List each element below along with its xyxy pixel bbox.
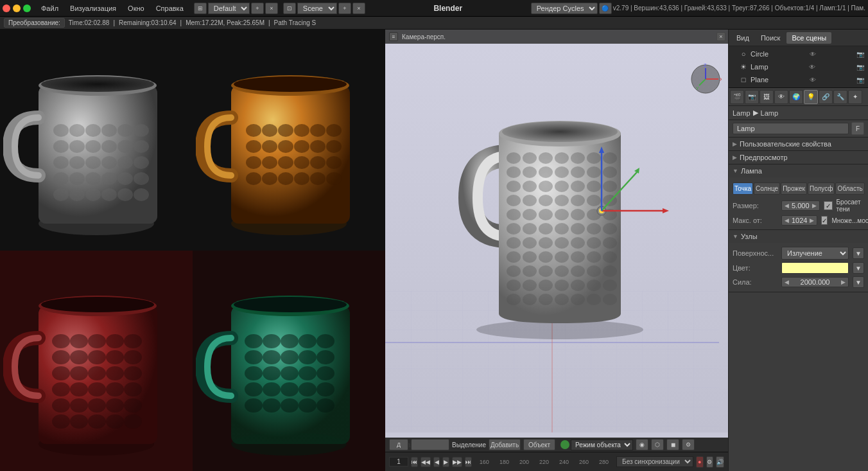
timeline-audio-btn[interactable]: 🔊 xyxy=(716,456,724,468)
section-user-props-header[interactable]: ▶ Пользовательские свойства xyxy=(729,138,868,150)
svg-point-176 xyxy=(539,237,553,249)
timeline-record-btn[interactable]: ● xyxy=(696,456,703,468)
view-btn[interactable]: Д xyxy=(389,439,408,450)
timeline-play[interactable]: ▶ xyxy=(442,457,449,467)
lamp-type-hemi[interactable]: Полусф xyxy=(808,182,835,195)
3d-viewport[interactable]: ≡ Камера-персп. × xyxy=(385,30,728,471)
max-arrow-right[interactable]: ▶ xyxy=(807,216,817,225)
circle-render-icon[interactable]: 📷 xyxy=(856,51,864,58)
layout-add-btn[interactable]: + xyxy=(251,3,264,14)
mult-checkbox[interactable]: ✓ xyxy=(821,216,828,225)
lamp-render-icon[interactable]: 📷 xyxy=(856,64,864,71)
prop-icon-view[interactable]: 👁 xyxy=(774,90,788,104)
timeline-jump-end[interactable]: ⏭ xyxy=(465,457,472,467)
lamp-type-sun[interactable]: Солнце xyxy=(754,182,780,195)
color-picker-btn[interactable]: ▼ xyxy=(853,262,864,274)
prop-icon-world[interactable]: 🌍 xyxy=(789,90,803,104)
prop-icon-particles[interactable]: ✦ xyxy=(848,90,862,104)
max-arrow-left[interactable]: ◀ xyxy=(782,216,792,225)
size-arrow-left[interactable]: ◀ xyxy=(782,201,792,210)
viewport-overlay-btn[interactable]: ◉ xyxy=(636,439,648,450)
3d-mug-object[interactable] xyxy=(438,63,675,341)
surface-dropdown-btn[interactable]: ▼ xyxy=(853,247,864,259)
add-btn[interactable]: Добавить xyxy=(489,439,521,450)
strength-field[interactable]: ◀ 2000.000 ▶ xyxy=(781,277,849,287)
viewport-shading2-btn[interactable]: ◼ xyxy=(666,439,679,450)
scene-icon[interactable]: ⊡ xyxy=(283,3,296,14)
lamp-type-point[interactable]: Точка xyxy=(733,182,753,195)
svg-point-132 xyxy=(507,152,521,164)
strength-more-btn[interactable]: ▼ xyxy=(853,276,864,288)
tree-item-plane[interactable]: □ Plane 👁 📷 xyxy=(729,73,868,86)
object-btn[interactable]: Объект xyxy=(523,439,555,450)
circle-visibility-icon[interactable]: 👁 xyxy=(810,51,816,58)
section-nodes-header[interactable]: ▼ Узлы xyxy=(729,230,868,243)
svg-point-189 xyxy=(523,265,537,277)
render-thumb-silver[interactable] xyxy=(0,30,193,251)
tree-item-lamp[interactable]: ☀ Lamp 👁 📷 xyxy=(729,60,868,73)
tree-item-circle[interactable]: ○ Circle 👁 📷 xyxy=(729,48,868,60)
layout-select[interactable]: Default xyxy=(208,3,250,14)
timeline-next-frame[interactable]: ▶▶ xyxy=(452,457,462,467)
section-preview-header[interactable]: ▶ Предпросмотр xyxy=(729,151,868,164)
prop-icon-object[interactable]: 💡 xyxy=(804,90,818,104)
tab-view[interactable]: Вид xyxy=(731,32,754,44)
lamp-visibility-icon[interactable]: 👁 xyxy=(809,64,815,71)
sync-mode-select[interactable]: Без синхронизации xyxy=(616,456,693,467)
layout-icon[interactable]: ⊞ xyxy=(194,3,207,14)
plane-render-icon[interactable]: 📷 xyxy=(856,76,864,84)
strength-arrow-left[interactable]: ◀ xyxy=(782,278,792,287)
close-window-btn[interactable] xyxy=(3,4,10,12)
render-thumb-teal[interactable] xyxy=(193,251,385,472)
prop-icon-scene[interactable]: 🎬 xyxy=(730,90,744,104)
frame-current-input[interactable] xyxy=(389,457,408,467)
menu-window[interactable]: Окно xyxy=(123,3,150,13)
render-thumb-red[interactable] xyxy=(0,251,193,472)
lamp-name-key-btn[interactable]: F xyxy=(851,122,864,135)
cast-shadow-checkbox[interactable]: ✓ xyxy=(824,201,833,210)
color-swatch[interactable] xyxy=(781,262,849,274)
section-lamp-header[interactable]: ▼ Лампа xyxy=(729,164,868,177)
lamp-type-area[interactable]: Область xyxy=(835,182,864,195)
prop-icon-modifiers[interactable]: 🔧 xyxy=(833,90,847,104)
timeline-jump-start[interactable]: ⏮ xyxy=(411,457,418,467)
max-field[interactable]: ◀ 1024 ▶ xyxy=(781,215,817,226)
timeline-settings-btn[interactable]: ⚙ xyxy=(706,456,713,468)
minimize-window-btn[interactable] xyxy=(13,4,21,12)
viewport-settings-btn[interactable]: ⚙ xyxy=(682,439,695,450)
tab-all-scenes[interactable]: Все сцены xyxy=(786,32,831,44)
size-arrow-right[interactable]: ▶ xyxy=(810,201,819,210)
viewport-menu-btn[interactable]: ≡ xyxy=(389,32,398,41)
lamp-type-spot[interactable]: Прожек xyxy=(781,182,807,195)
menu-file[interactable]: Файл xyxy=(36,3,64,13)
render-icon[interactable]: 🔵 xyxy=(599,3,612,14)
size-field[interactable]: ◀ 5.000 ▶ xyxy=(781,200,820,211)
prop-icon-output[interactable]: 🖼 xyxy=(759,90,774,104)
layout-remove-btn[interactable]: × xyxy=(265,3,278,14)
prop-icon-constraints[interactable]: 🔗 xyxy=(819,90,833,104)
tab-search[interactable]: Поиск xyxy=(756,32,785,44)
timeline-prev-key[interactable]: ◀◀ xyxy=(421,457,431,467)
render-thumb-gold[interactable] xyxy=(193,30,385,251)
prop-icons-row: 🎬 📷 🖼 👁 🌍 💡 🔗 🔧 ✦ xyxy=(729,88,868,106)
mode-select[interactable]: Режим объекта xyxy=(571,440,633,450)
scene-remove-btn[interactable]: × xyxy=(352,3,365,14)
surface-select[interactable]: Излучение xyxy=(781,247,849,260)
prop-icon-render[interactable]: 📷 xyxy=(745,90,759,104)
menu-visualize[interactable]: Визуализация xyxy=(65,3,121,13)
viewport-close-btn[interactable]: × xyxy=(716,32,725,41)
viewport-shading-btn[interactable]: ⬡ xyxy=(651,439,664,450)
svg-point-92 xyxy=(52,414,70,429)
fullscreen-window-btn[interactable] xyxy=(23,4,31,12)
timeline-prev-frame[interactable]: ◀ xyxy=(433,457,440,467)
select-btn[interactable] xyxy=(411,439,449,450)
strength-arrow-right[interactable]: ▶ xyxy=(838,278,848,287)
render-mode-select[interactable]: Рендер Cycles xyxy=(531,3,598,14)
viewport-3d-area[interactable]: X Y Z xyxy=(385,44,728,432)
scene-add-btn[interactable]: + xyxy=(338,3,351,14)
lamp-name-input[interactable] xyxy=(733,123,849,134)
plane-visibility-icon[interactable]: 👁 xyxy=(810,76,816,84)
svg-text:Z: Z xyxy=(704,63,707,67)
menu-help[interactable]: Справка xyxy=(151,3,189,13)
scene-select[interactable]: Scene xyxy=(297,3,337,14)
